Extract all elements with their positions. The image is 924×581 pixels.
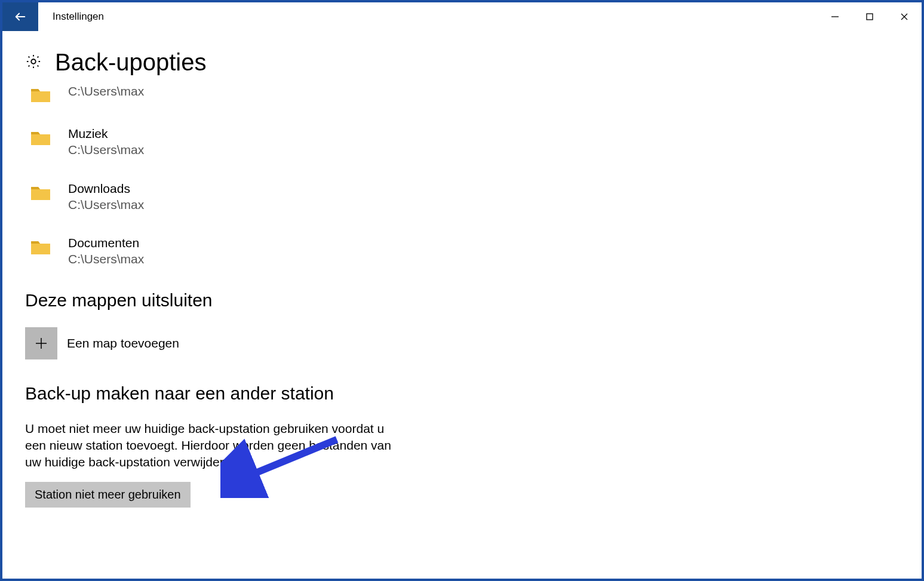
other-drive-description: U moet niet meer uw huidige back-upstati… [25, 420, 401, 471]
titlebar: Instellingen [2, 2, 922, 31]
minimize-icon [831, 13, 839, 21]
folder-path: C:\Users\max [68, 251, 144, 267]
folder-text: C:\Users\max [68, 83, 144, 99]
folder-path: C:\Users\max [68, 83, 144, 99]
folder-list: C:\Users\max Muziek C:\Users\max Downloa… [30, 83, 899, 268]
folder-path: C:\Users\max [68, 196, 144, 213]
content-area: Back-upopties C:\Users\max Muziek C:\Use… [2, 31, 922, 519]
close-icon [900, 13, 908, 21]
folder-name: Downloads [68, 181, 144, 196]
page-header: Back-upopties [25, 49, 899, 76]
stop-using-drive-button[interactable]: Station niet meer gebruiken [25, 482, 191, 508]
arrow-left-icon [14, 10, 27, 23]
maximize-icon [865, 13, 874, 21]
plus-icon [34, 336, 48, 351]
folder-icon [30, 238, 51, 256]
add-folder-label: Een map toevoegen [67, 336, 179, 351]
list-item[interactable]: Muziek C:\Users\max [30, 126, 899, 158]
folder-text: Documenten C:\Users\max [68, 235, 144, 268]
page-title: Back-upopties [55, 49, 206, 76]
maximize-button[interactable] [852, 2, 887, 31]
other-drive-heading: Back-up maken naar een ander station [25, 383, 899, 404]
add-box [25, 327, 57, 359]
folder-name: Documenten [68, 235, 144, 251]
exclude-heading: Deze mappen uitsluiten [25, 290, 899, 311]
folder-text: Muziek C:\Users\max [68, 126, 144, 158]
window-controls [818, 2, 922, 31]
gear-icon [25, 53, 42, 72]
svg-rect-1 [867, 14, 873, 20]
folder-icon [30, 183, 51, 201]
close-button[interactable] [887, 2, 922, 31]
svg-point-4 [31, 59, 35, 63]
add-folder-button[interactable]: Een map toevoegen [25, 327, 899, 359]
folder-text: Downloads C:\Users\max [68, 181, 144, 213]
list-item[interactable]: Downloads C:\Users\max [30, 181, 899, 213]
back-button[interactable] [2, 2, 38, 31]
folder-name: Muziek [68, 126, 144, 142]
titlebar-title: Instellingen [53, 11, 104, 23]
minimize-button[interactable] [818, 2, 852, 31]
folder-path: C:\Users\max [68, 142, 144, 158]
list-item[interactable]: Documenten C:\Users\max [30, 235, 899, 268]
list-item[interactable]: C:\Users\max [30, 83, 899, 103]
folder-icon [30, 128, 51, 146]
folder-icon [30, 85, 51, 103]
